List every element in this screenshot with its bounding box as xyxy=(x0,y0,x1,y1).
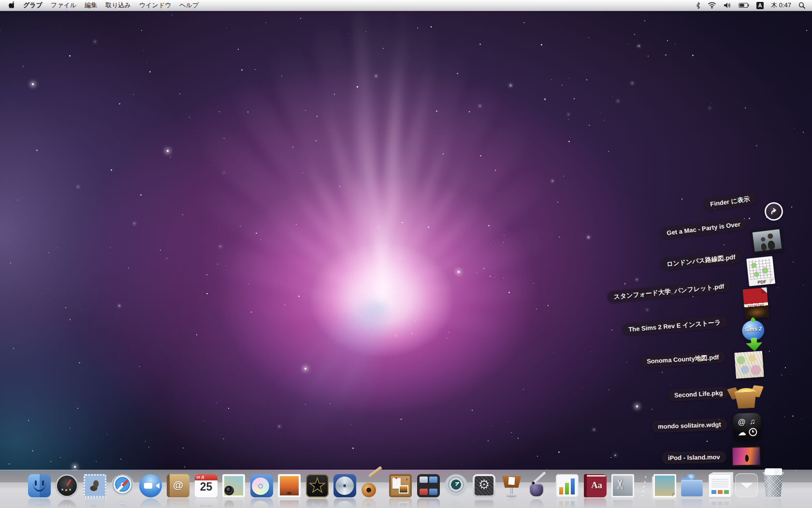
finder-dock-icon[interactable] xyxy=(28,474,51,497)
pdf-map-document-icon[interactable] xyxy=(734,351,764,379)
installer-package-box-icon[interactable] xyxy=(728,382,764,412)
pdf-brochure-document-icon[interactable]: STANFORD xyxy=(742,287,769,319)
pages-dock-icon[interactable] xyxy=(528,474,551,497)
folder-stack-dock-icon[interactable] xyxy=(681,474,703,497)
spaces-dock-icon[interactable] xyxy=(417,474,440,497)
sims2-installer-icon[interactable]: Sims 2 xyxy=(740,317,768,352)
video-frame xyxy=(753,229,782,252)
iphoto-dock-icon[interactable] xyxy=(278,474,301,497)
apple-menu-icon[interactable] xyxy=(8,1,15,9)
address-book-dock-icon[interactable]: @ xyxy=(167,474,189,497)
dashboard-widget-icon[interactable]: @ ♫ ☁ xyxy=(733,413,762,442)
video-thumbnail-icon[interactable] xyxy=(751,226,783,254)
box-body xyxy=(735,391,757,409)
ical-month-label: 10 月 xyxy=(196,475,204,480)
at-glyph: @ xyxy=(738,418,745,427)
ichat-dock-icon[interactable] xyxy=(139,474,162,497)
photos-stack-dock-icon[interactable] xyxy=(653,474,676,497)
system-preferences-dock-icon[interactable]: ⚙ xyxy=(473,474,495,497)
menu-file[interactable]: ファイル xyxy=(51,1,76,10)
dock: @ 10 月 25 ⚙ Aa ✂ xyxy=(0,443,812,508)
ical-dock-icon[interactable]: 10 月 25 xyxy=(195,474,218,497)
app-menu-grab[interactable]: グラブ xyxy=(23,1,43,10)
menu-clock[interactable]: 木 0:47 xyxy=(771,1,791,10)
battery-icon[interactable] xyxy=(739,2,749,8)
idvd-dock-icon[interactable] xyxy=(334,474,356,497)
desktop-wallpaper xyxy=(0,0,812,508)
menu-help[interactable]: ヘルプ xyxy=(179,1,199,10)
chevron-down-icon xyxy=(740,483,753,488)
grab-dock-icon[interactable]: ✂ xyxy=(611,474,634,497)
pdf-map-document-icon[interactable]: PDF xyxy=(746,256,775,286)
documents-stack-dock-icon[interactable] xyxy=(709,474,731,497)
dictionary-dock-icon[interactable]: Aa xyxy=(584,474,607,497)
clock-glyph xyxy=(749,428,757,437)
time-machine-dock-icon[interactable] xyxy=(445,474,467,497)
brochure-title: STANFORD xyxy=(744,303,768,308)
garageband-dock-icon[interactable] xyxy=(362,474,384,497)
imovie-dock-icon[interactable] xyxy=(306,474,329,497)
dictionary-aa-label: Aa xyxy=(587,480,607,491)
open-stack-well[interactable] xyxy=(735,473,758,497)
map-art xyxy=(749,258,773,280)
cloud-glyph: ☁ xyxy=(738,428,746,437)
menu-edit[interactable]: 編集 xyxy=(85,1,97,10)
numbers-dock-icon[interactable] xyxy=(556,474,579,497)
page-curl xyxy=(761,287,767,294)
music-note-glyph: ♫ xyxy=(749,417,755,426)
page-curl xyxy=(769,278,775,284)
wifi-icon[interactable] xyxy=(708,2,716,9)
keynote-dock-icon[interactable] xyxy=(500,474,523,497)
safari-dock-icon[interactable] xyxy=(111,474,134,497)
volume-icon[interactable] xyxy=(724,2,731,9)
menu-capture[interactable]: 取り込み xyxy=(105,1,131,10)
aperture-dock-icon[interactable] xyxy=(222,474,245,497)
input-method-icon[interactable]: A xyxy=(756,2,764,9)
itunes-dock-icon[interactable] xyxy=(250,474,273,497)
iweb-dock-icon[interactable] xyxy=(389,474,412,497)
bluetooth-icon[interactable] xyxy=(696,2,700,9)
menu-window[interactable]: ウインドウ xyxy=(139,1,172,10)
ical-day-label: 25 xyxy=(195,480,218,493)
spotlight-icon[interactable] xyxy=(798,2,805,9)
trash-dock-icon[interactable] xyxy=(762,470,785,497)
dashboard-dock-icon[interactable] xyxy=(56,474,78,497)
menu-bar: グラブ ファイル 編集 取り込み ウインドウ ヘルプ A 木 0:47 xyxy=(0,0,812,11)
mail-dock-icon[interactable] xyxy=(84,474,106,497)
